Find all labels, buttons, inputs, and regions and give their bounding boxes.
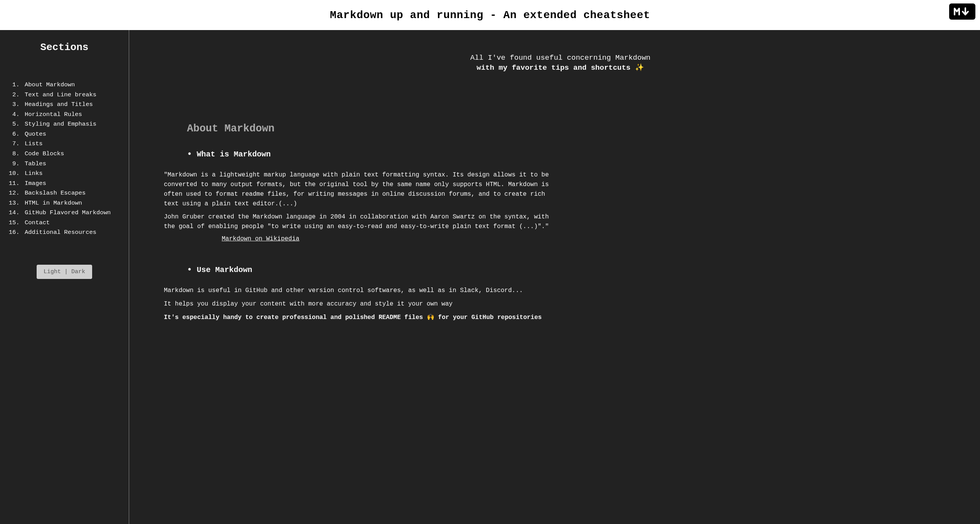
sidebar-item[interactable]: Text and Line breaks xyxy=(23,90,121,100)
main-content: All I've found useful concerning Markdow… xyxy=(129,30,980,524)
main-layout: Sections About Markdown Text and Line br… xyxy=(0,30,980,524)
sidebar-item[interactable]: Contact xyxy=(23,218,121,228)
sidebar-title: Sections xyxy=(40,42,89,53)
subheading-use-markdown: Use Markdown xyxy=(187,265,957,274)
theme-toggle-button[interactable]: Light | Dark xyxy=(37,265,92,279)
sidebar-item[interactable]: Styling and Emphasis xyxy=(23,119,121,129)
intro-line-1: All I've found useful concerning Markdow… xyxy=(164,53,957,63)
sidebar-item[interactable]: Backslash Escapes xyxy=(23,188,121,198)
sidebar-item[interactable]: Images xyxy=(23,179,121,189)
subheading-use-markdown-text: Use Markdown xyxy=(197,265,252,274)
paragraph-bold: It's especially handy to create professi… xyxy=(164,313,557,322)
paragraph: John Gruber created the Markdown languag… xyxy=(164,212,557,232)
sections-list: About Markdown Text and Line breaks Head… xyxy=(8,80,121,238)
subheading-what-is: What is Markdown xyxy=(187,150,957,159)
sidebar-item[interactable]: HTML in Markdown xyxy=(23,198,121,208)
sidebar-item[interactable]: Horizontal Rules xyxy=(23,110,121,120)
intro-line-2: with my favorite tips and shortcuts ✨ xyxy=(164,63,957,73)
paragraph: Markdown is useful in GitHub and other v… xyxy=(164,286,557,296)
sidebar-item[interactable]: Links xyxy=(23,169,121,179)
para-bold-after: for your GitHub repositories xyxy=(434,314,542,321)
sidebar-item[interactable]: GitHub Flavored Markdown xyxy=(23,208,121,218)
sidebar-item[interactable]: Additional Resources xyxy=(23,228,121,238)
paragraph: "Markdown is a lightweight markup langua… xyxy=(164,170,557,208)
page-title: Markdown up and running - An extended ch… xyxy=(330,9,650,21)
sidebar-item[interactable]: Lists xyxy=(23,139,121,149)
subheading-what-is-text: What is Markdown xyxy=(197,150,271,159)
para-bold-before: It's especially handy to create professi… xyxy=(164,314,427,321)
hands-emoji-icon: 🙌 xyxy=(427,314,434,321)
sidebar-item[interactable]: Code Blocks xyxy=(23,149,121,159)
sparkle-icon: ✨ xyxy=(635,64,644,72)
wikipedia-link[interactable]: Markdown on Wikipedia xyxy=(222,235,957,242)
sidebar-item[interactable]: Quotes xyxy=(23,129,121,139)
sidebar: Sections About Markdown Text and Line br… xyxy=(0,30,129,524)
page-header: Markdown up and running - An extended ch… xyxy=(0,0,980,30)
intro-block: All I've found useful concerning Markdow… xyxy=(164,53,957,73)
sidebar-item[interactable]: Headings and Titles xyxy=(23,100,121,110)
intro-line-2-text: with my favorite tips and shortcuts xyxy=(477,64,630,72)
sidebar-item[interactable]: Tables xyxy=(23,159,121,169)
markdown-logo-icon xyxy=(949,3,975,20)
paragraph: It helps you display your content with m… xyxy=(164,299,557,309)
section-heading-about: About Markdown xyxy=(187,123,957,134)
sidebar-item[interactable]: About Markdown xyxy=(23,80,121,90)
